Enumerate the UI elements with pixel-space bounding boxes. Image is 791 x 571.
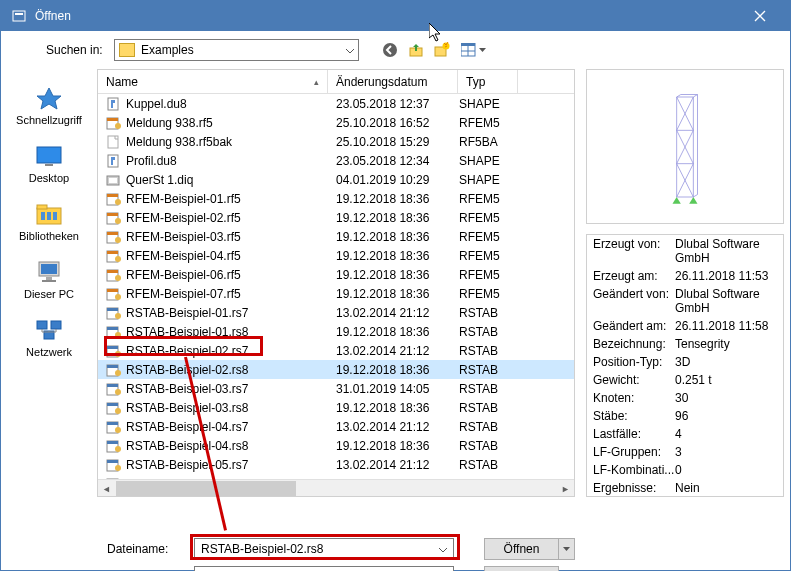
app-icon xyxy=(11,8,27,24)
file-date: 25.10.2018 15:29 xyxy=(328,135,451,149)
info-value: Dlubal Software GmbH xyxy=(675,237,777,265)
file-row[interactable]: RFEM-Beispiel-03.rf519.12.2018 18:36RFEM… xyxy=(98,227,574,246)
file-row[interactable]: Kuppel.du823.05.2018 12:37SHAPE xyxy=(98,94,574,113)
file-list-header: Name▴ Änderungsdatum Typ xyxy=(98,70,574,94)
open-split-button[interactable] xyxy=(559,538,575,560)
file-row[interactable]: RSTAB-Beispiel-04.rs819.12.2018 18:36RST… xyxy=(98,436,574,455)
info-value: Dlubal Software GmbH xyxy=(675,287,777,315)
file-row[interactable]: RSTAB-Beispiel-04.rs713.02.2014 21:12RST… xyxy=(98,417,574,436)
svg-rect-45 xyxy=(107,270,118,273)
file-row[interactable]: Meldung 938.rf525.10.2018 16:52RFEM5 xyxy=(98,113,574,132)
column-type[interactable]: Typ xyxy=(458,70,518,93)
file-icon xyxy=(106,439,122,453)
place-network[interactable]: Netzwerk xyxy=(5,309,93,367)
info-row: Erzeugt von:Dlubal Software GmbH xyxy=(587,235,783,267)
lookin-combo[interactable]: Examples xyxy=(114,39,359,61)
info-row: Geändert am:26.11.2018 11:58 xyxy=(587,317,783,335)
file-row[interactable]: Profil.du823.05.2018 12:34SHAPE xyxy=(98,151,574,170)
svg-point-52 xyxy=(115,313,121,319)
place-label: Netzwerk xyxy=(26,346,72,358)
back-button[interactable] xyxy=(379,39,401,61)
file-name: RSTAB-Beispiel-05.rs8 xyxy=(126,477,248,480)
file-name: RSTAB-Beispiel-02.rs8 xyxy=(126,363,248,377)
file-icon xyxy=(106,211,122,225)
file-name: Meldung 938.rf5bak xyxy=(126,135,232,149)
file-row[interactable]: RFEM-Beispiel-06.rf519.12.2018 18:36RFEM… xyxy=(98,265,574,284)
file-icon xyxy=(106,192,122,206)
place-pc[interactable]: Dieser PC xyxy=(5,251,93,309)
filename-label: Dateiname: xyxy=(97,542,182,556)
view-menu-button[interactable] xyxy=(457,39,489,61)
file-type: RSTAB xyxy=(451,344,511,358)
scroll-right-button[interactable]: ► xyxy=(557,480,574,497)
file-row[interactable]: QuerSt 1.diq04.01.2019 10:29SHAPE xyxy=(98,170,574,189)
open-button[interactable]: Öffnen xyxy=(484,538,559,560)
file-row[interactable]: RFEM-Beispiel-01.rf519.12.2018 18:36RFEM… xyxy=(98,189,574,208)
place-quick[interactable]: Schnellzugriff xyxy=(5,77,93,135)
info-label: Erzeugt von: xyxy=(593,237,675,265)
horizontal-scrollbar[interactable]: ◄ ► xyxy=(98,479,574,496)
svg-rect-15 xyxy=(47,212,51,220)
svg-point-58 xyxy=(115,351,121,357)
svg-point-46 xyxy=(115,275,121,281)
new-folder-button[interactable] xyxy=(431,39,453,61)
filetype-combo[interactable]: Alle Dateien (*.*) xyxy=(194,566,454,571)
place-desktop[interactable]: Desktop xyxy=(5,135,93,193)
file-name: RSTAB-Beispiel-04.rs7 xyxy=(126,420,248,434)
file-list-body[interactable]: Kuppel.du823.05.2018 12:37SHAPEMeldung 9… xyxy=(98,94,574,479)
file-row[interactable]: RSTAB-Beispiel-02.rs713.02.2014 21:12RST… xyxy=(98,341,574,360)
file-name: RFEM-Beispiel-06.rf5 xyxy=(126,268,241,282)
svg-point-61 xyxy=(115,370,121,376)
info-label: Ergebnisse: xyxy=(593,481,675,495)
file-type: RFEM5 xyxy=(451,211,511,225)
file-row[interactable]: RSTAB-Beispiel-05.rs819.12.2018 18:36RST… xyxy=(98,474,574,479)
main-area: SchnellzugriffDesktopBibliothekenDieser … xyxy=(1,69,790,529)
place-libraries[interactable]: Bibliotheken xyxy=(5,193,93,251)
info-value: Tensegrity xyxy=(675,337,777,351)
file-type: RSTAB xyxy=(451,325,511,339)
file-row[interactable]: RFEM-Beispiel-07.rf519.12.2018 18:36RFEM… xyxy=(98,284,574,303)
svg-rect-14 xyxy=(41,212,45,220)
close-button[interactable] xyxy=(740,1,780,31)
nav-toolbar xyxy=(379,39,489,61)
svg-rect-39 xyxy=(107,232,118,235)
info-value: Nein xyxy=(675,481,777,495)
file-name: QuerSt 1.diq xyxy=(126,173,193,187)
column-name[interactable]: Name▴ xyxy=(98,70,328,93)
file-type: SHAPE xyxy=(451,173,511,187)
sort-arrow-icon: ▴ xyxy=(314,77,319,87)
scroll-left-button[interactable]: ◄ xyxy=(98,480,115,497)
file-row[interactable]: RFEM-Beispiel-04.rf519.12.2018 18:36RFEM… xyxy=(98,246,574,265)
file-row[interactable]: RSTAB-Beispiel-02.rs819.12.2018 18:36RST… xyxy=(98,360,574,379)
file-row[interactable]: RFEM-Beispiel-02.rf519.12.2018 18:36RFEM… xyxy=(98,208,574,227)
svg-point-37 xyxy=(115,218,121,224)
file-row[interactable]: RSTAB-Beispiel-05.rs713.02.2014 21:12RST… xyxy=(98,455,574,474)
file-date: 25.10.2018 16:52 xyxy=(328,116,451,130)
info-value: 3 xyxy=(675,445,777,459)
lookin-value: Examples xyxy=(141,43,194,57)
info-pane: Erzeugt von:Dlubal Software GmbHErzeugt … xyxy=(586,234,784,497)
svg-rect-1 xyxy=(15,13,23,15)
quick-icon xyxy=(33,86,65,110)
column-date[interactable]: Änderungsdatum xyxy=(328,70,458,93)
file-date: 04.01.2019 10:29 xyxy=(328,173,451,187)
file-row[interactable]: Meldung 938.rf5bak25.10.2018 15:29RF5BA xyxy=(98,132,574,151)
file-name: RSTAB-Beispiel-05.rs7 xyxy=(126,458,248,472)
file-type: RSTAB xyxy=(451,363,511,377)
file-name: RSTAB-Beispiel-03.rs7 xyxy=(126,382,248,396)
file-date: 13.02.2014 21:12 xyxy=(328,306,451,320)
file-row[interactable]: RSTAB-Beispiel-01.rs819.12.2018 18:36RST… xyxy=(98,322,574,341)
place-label: Schnellzugriff xyxy=(16,114,82,126)
up-button[interactable] xyxy=(405,39,427,61)
scroll-thumb[interactable] xyxy=(116,481,296,496)
cancel-button[interactable]: Abbrechen xyxy=(484,566,559,571)
svg-point-2 xyxy=(383,43,397,57)
file-icon xyxy=(106,458,122,472)
open-dialog: Öffnen Suchen in: Examples Schnellzugrif… xyxy=(0,0,791,571)
file-row[interactable]: RSTAB-Beispiel-03.rs819.12.2018 18:36RST… xyxy=(98,398,574,417)
file-row[interactable]: RSTAB-Beispiel-01.rs713.02.2014 21:12RST… xyxy=(98,303,574,322)
filename-input[interactable]: RSTAB-Beispiel-02.rs8 xyxy=(194,538,454,560)
file-row[interactable]: RSTAB-Beispiel-03.rs731.01.2019 14:05RST… xyxy=(98,379,574,398)
svg-rect-36 xyxy=(107,213,118,216)
chevron-down-icon xyxy=(346,43,354,57)
